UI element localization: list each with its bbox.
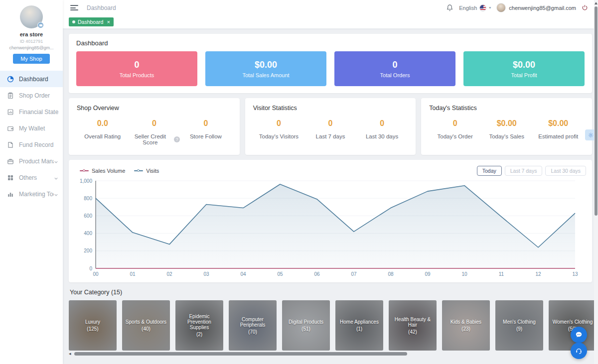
tab-label: Dashboard (78, 19, 103, 25)
category-heading: Your Category (15) (70, 289, 591, 296)
svg-text:400: 400 (84, 231, 92, 236)
content: Dashboard 0Total Products$0.00Total Sale… (63, 29, 598, 364)
category-card-kids-babies[interactable]: Kids & Babies(23) (442, 300, 490, 351)
chevron-down-icon (54, 159, 58, 163)
category-count: (125) (87, 326, 98, 332)
category-card-health-beauty-hair[interactable]: Health Beauty & Hair(42) (389, 300, 437, 351)
svg-text:09: 09 (425, 271, 431, 277)
store-id: ID 4012791 (3, 39, 60, 44)
language-selector[interactable]: English ▾ (459, 4, 491, 11)
range-button-last-30-days[interactable]: Last 30 days (545, 166, 586, 176)
category-card-epidemic-prevention-supplies[interactable]: Epidemic Prevention Supplies(2) (175, 300, 223, 351)
category-count: (1) (356, 326, 362, 332)
svg-text:01: 01 (130, 271, 136, 277)
tab-close-icon[interactable]: × (107, 19, 110, 25)
sidebar-item-my-wallet[interactable]: My Wallet (0, 120, 63, 136)
card-stats-row: 0Today's Visitors0Last 7 days0Last 30 da… (253, 119, 408, 139)
scroll-up-arrow-icon[interactable] (595, 2, 598, 4)
sidebar-item-label: Others (19, 174, 54, 181)
logout-power-icon[interactable] (582, 4, 588, 11)
chat-float-button[interactable] (571, 327, 587, 343)
tabbar: Dashboard × (63, 15, 598, 29)
dashboard-icon (7, 76, 14, 83)
card-title: Visitor Statistics (253, 105, 408, 112)
svg-text:06: 06 (314, 271, 320, 277)
stat-seller-credit-score: 0Seller Credit Score? (129, 119, 180, 145)
category-name: Luxury (85, 319, 100, 325)
category-card-sports-outdoors[interactable]: Sports & Outdoors(40) (122, 300, 170, 351)
store-email: chenwenjing85@gm... (3, 45, 60, 50)
stat-value: $0.00 (481, 119, 533, 128)
sidebar-item-shop-order[interactable]: Shop Order (0, 87, 63, 104)
marketing-tools-icon (7, 191, 14, 198)
svg-text:800: 800 (84, 196, 92, 201)
help-icon[interactable]: ? (174, 136, 180, 142)
stat-label-text: Store Follow (190, 133, 222, 139)
category-count: (42) (408, 329, 417, 335)
stat-value: 0 (180, 119, 232, 128)
stat-label: Overall Rating (77, 133, 129, 139)
store-name: era store (3, 31, 60, 37)
range-button-last-7-days[interactable]: Last 7 days (505, 166, 543, 176)
us-flag-icon (479, 4, 486, 11)
svg-text:13: 13 (572, 271, 578, 277)
category-text: Computer Peripherals(70) (229, 300, 277, 351)
card-stats-row: 0Today's Order$0.00Today's Sales$0.00Est… (429, 119, 584, 139)
category-text: Men's Clothing(9) (495, 300, 543, 351)
category-text: Health Beauty & Hair(42) (389, 300, 437, 351)
scroll-left-arrow-icon[interactable]: ◂ (69, 351, 71, 356)
others-grid-icon (7, 174, 14, 181)
menu-toggle-icon[interactable] (70, 4, 78, 12)
svg-text:1,000: 1,000 (80, 178, 92, 184)
legend-visits[interactable]: Visits (134, 168, 159, 174)
sidebar-item-marketing-tools[interactable]: Marketing Tools (0, 186, 63, 202)
stat-tile-total-orders: 0Total Orders (334, 51, 455, 86)
sidebar-item-financial-state[interactable]: Financial State... (0, 104, 63, 120)
sidebar-item-fund-record[interactable]: Fund Record (0, 136, 63, 153)
category-name: Home Appliances (340, 319, 379, 325)
card-stats-row: 0.0Overall Rating0Seller Credit Score?0S… (77, 119, 232, 145)
card-title: Shop Overview (77, 105, 232, 112)
stat-tile-value: $0.00 (463, 60, 585, 70)
store-avatar[interactable] (20, 5, 43, 28)
category-card-computer-peripherals[interactable]: Computer Peripherals(70) (229, 300, 277, 351)
sidebar-item-dashboard[interactable]: Dashboard (0, 71, 63, 87)
wallet-icon (7, 125, 14, 132)
range-button-today[interactable]: Today (477, 166, 502, 176)
category-count: (51) (301, 326, 310, 332)
stat-value: 0 (429, 119, 481, 128)
category-text: Epidemic Prevention Supplies(2) (175, 300, 223, 351)
horizontal-scrollbar-thumb[interactable] (74, 352, 407, 356)
category-name: Kids & Babies (450, 319, 481, 325)
category-card-luxury[interactable]: Luxury(125) (69, 300, 117, 351)
category-name: Digital Products (289, 319, 323, 325)
sidebar-item-label: My Wallet (19, 125, 58, 132)
my-shop-button[interactable]: My Shop (13, 54, 49, 64)
user-avatar (496, 3, 506, 12)
category-card-men-s-clothing[interactable]: Men's Clothing(9) (495, 300, 543, 351)
vertical-scrollbar[interactable] (594, 0, 598, 364)
category-card-home-appliances[interactable]: Home Appliances(1) (335, 300, 383, 351)
category-card-digital-products[interactable]: Digital Products(51) (282, 300, 330, 351)
legend-sales-volume[interactable]: Sales Volume (80, 168, 125, 174)
legend-marker (80, 170, 89, 171)
svg-text:04: 04 (240, 271, 246, 277)
stat-label: Estimated profit (532, 133, 584, 139)
breadcrumb: Dashboard (87, 4, 116, 11)
stat-value: 0 (304, 119, 356, 128)
language-label: English (459, 5, 477, 11)
user-menu[interactable]: chenwenjing85@gmail.com (496, 3, 576, 12)
support-float-button[interactable] (571, 343, 587, 359)
stat-tile-total-profit: $0.00Total Profit (463, 51, 585, 86)
vertical-scrollbar-thumb[interactable] (595, 6, 598, 216)
product-management-icon (7, 158, 14, 165)
sidebar-item-product-manag[interactable]: Product Manag... (0, 153, 63, 169)
tab-dashboard[interactable]: Dashboard × (69, 17, 114, 26)
notification-bell-icon[interactable] (446, 4, 453, 11)
stat-tile-label: Total Products (76, 72, 197, 78)
sidebar-item-label: Marketing Tools (19, 191, 54, 198)
sidebar-item-others[interactable]: Others (0, 169, 63, 186)
category-card-women-s-clothing[interactable]: Women's Clothing(50) (549, 300, 597, 351)
horizontal-scrollbar[interactable]: ◂ (69, 352, 592, 357)
stat-label-text: Today's Sales (489, 133, 524, 139)
